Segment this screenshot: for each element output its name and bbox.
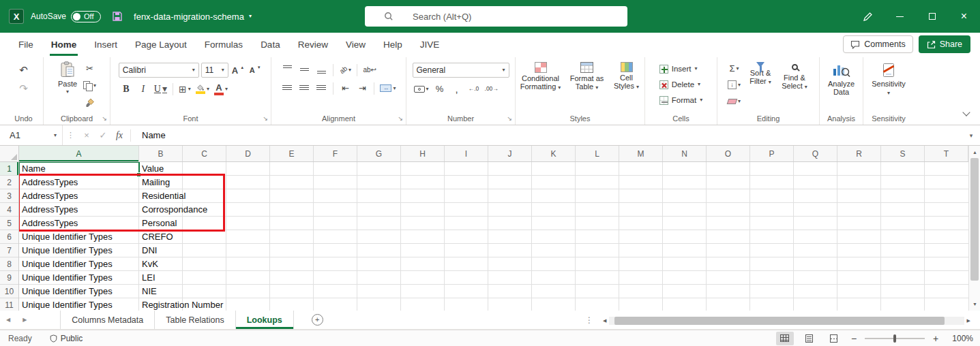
cell-B10[interactable]: NIE [142, 285, 157, 298]
row-header-7[interactable]: 7 [0, 244, 18, 257]
view-page-layout-button[interactable] [801, 332, 818, 345]
confirm-entry-button[interactable]: ✓ [95, 125, 111, 145]
zoom-level[interactable]: 100% [952, 334, 973, 343]
zoom-slider[interactable] [865, 338, 925, 339]
sheet-tab-table-relations[interactable]: Table Relations [155, 311, 235, 329]
column-header-E[interactable]: E [270, 146, 314, 161]
insert-cells-button[interactable]: Insert▾ [658, 61, 704, 76]
fill-color-button[interactable]: ▾ [194, 82, 211, 96]
document-title[interactable]: fenx-data-migration-schema ▾ [134, 12, 252, 22]
align-left-button[interactable] [280, 81, 295, 95]
cell-B6[interactable]: CREFO [142, 230, 173, 244]
autosum-button[interactable]: Σ▾ [726, 61, 741, 76]
column-header-R[interactable]: R [837, 146, 881, 161]
number-format-select[interactable]: General ▾ [413, 63, 509, 78]
row-header-8[interactable]: 8 [0, 257, 18, 271]
column-header-G[interactable]: G [357, 146, 401, 161]
italic-button[interactable]: I [136, 82, 151, 96]
delete-cells-button[interactable]: Delete▾ [658, 77, 704, 92]
sheet-tab-columns-metadata[interactable]: Columns Metadata [60, 311, 155, 329]
horizontal-scroll-thumb[interactable] [614, 317, 945, 325]
scroll-up-icon[interactable]: ▲ [972, 150, 977, 155]
cell-B8[interactable]: KvK [142, 257, 158, 271]
increase-indent-button[interactable]: ⇥ [355, 81, 370, 95]
undo-button[interactable]: ↶ [16, 63, 31, 77]
zoom-slider-thumb[interactable] [893, 334, 896, 343]
cell-A8[interactable]: Unique Identifier Types [22, 257, 113, 271]
ribbon-tab-formulas[interactable]: Formulas [196, 33, 252, 56]
vertical-scroll-thumb[interactable] [970, 158, 979, 281]
scroll-left-icon[interactable]: ◀ [603, 318, 606, 323]
copy-button[interactable]: ▾ [82, 78, 98, 93]
column-header-T[interactable]: T [925, 146, 968, 161]
comma-style-button[interactable]: , [449, 82, 464, 96]
zoom-out-button[interactable]: − [850, 333, 858, 344]
column-header-S[interactable]: S [881, 146, 925, 161]
vertical-scrollbar[interactable]: ▲ ▼ [968, 146, 980, 311]
cell-A11[interactable]: Unique Identifier Types [22, 298, 113, 311]
align-middle-button[interactable] [297, 63, 312, 77]
column-header-A[interactable]: A [19, 146, 139, 161]
cell-B7[interactable]: DNI [142, 244, 157, 257]
cell-A9[interactable]: Unique Identifier Types [22, 271, 113, 285]
formula-bar-drag-icon[interactable]: ⋮ [67, 131, 74, 140]
collapse-ribbon-button[interactable] [964, 106, 969, 118]
sensitivity-status[interactable]: Public [50, 334, 83, 343]
decrease-decimal-button[interactable]: .00→ [484, 82, 500, 96]
row-header-9[interactable]: 9 [0, 271, 18, 285]
ribbon-tab-file[interactable]: File [10, 33, 42, 56]
expand-formula-bar-button[interactable]: ▾ [962, 132, 980, 139]
column-header-I[interactable]: I [445, 146, 488, 161]
cell-B11[interactable]: Registration Number [142, 298, 223, 311]
ribbon-tab-page-layout[interactable]: Page Layout [126, 33, 196, 56]
column-header-Q[interactable]: Q [794, 146, 837, 161]
font-family-select[interactable]: Calibri ▾ [119, 63, 199, 78]
align-bottom-button[interactable] [314, 63, 329, 77]
ribbon-tab-data[interactable]: Data [252, 33, 289, 56]
alignment-dialog-launcher-icon[interactable]: ↘ [398, 116, 403, 122]
comments-button[interactable]: Comments [843, 35, 912, 53]
orientation-button[interactable]: ab▾ [338, 63, 353, 77]
column-header-O[interactable]: O [707, 146, 750, 161]
row-header-6[interactable]: 6 [0, 230, 18, 244]
underline-button[interactable]: U▾ [153, 82, 168, 96]
format-cells-button[interactable]: Format▾ [658, 93, 704, 108]
column-header-J[interactable]: J [488, 146, 532, 161]
view-page-break-button[interactable] [825, 332, 843, 345]
merge-center-button[interactable]: ↔▾ [378, 81, 397, 95]
align-right-button[interactable] [314, 81, 329, 95]
decrease-indent-button[interactable]: ⇤ [338, 81, 353, 95]
save-button[interactable] [112, 11, 123, 22]
ribbon-tab-review[interactable]: Review [289, 33, 337, 56]
increase-decimal-button[interactable]: ←.0 [466, 82, 481, 96]
column-header-C[interactable]: C [183, 146, 226, 161]
search-box[interactable] [365, 6, 627, 27]
horizontal-scroll-track[interactable] [609, 317, 964, 325]
sheet-nav-left-icon[interactable]: ◀ [0, 317, 16, 323]
column-header-N[interactable]: N [663, 146, 707, 161]
name-box-input[interactable] [8, 129, 42, 141]
column-header-K[interactable]: K [532, 146, 576, 161]
ink-pen-button[interactable] [852, 0, 884, 33]
decrease-font-size-button[interactable]: A▼ [248, 63, 263, 78]
cell-B9[interactable]: LEI [142, 271, 155, 285]
column-header-F[interactable]: F [314, 146, 357, 161]
paste-button[interactable]: Paste ▾ [56, 59, 79, 95]
bold-button[interactable]: B [119, 82, 134, 96]
align-top-button[interactable] [280, 63, 295, 77]
share-button[interactable]: Share [919, 35, 970, 53]
zoom-in-button[interactable]: + [932, 333, 940, 344]
clear-button[interactable]: ▾ [726, 94, 742, 108]
cell-A7[interactable]: Unique Identifier Types [22, 244, 113, 257]
percent-style-button[interactable]: % [432, 82, 447, 96]
row-header-1[interactable]: 1 [0, 162, 18, 176]
select-all-corner[interactable] [0, 146, 19, 162]
row-header-11[interactable]: 11 [0, 298, 18, 311]
excel-logo-icon[interactable]: X [9, 9, 24, 24]
number-dialog-launcher-icon[interactable]: ↘ [507, 116, 512, 122]
cancel-entry-button[interactable]: × [78, 125, 95, 145]
cell-A10[interactable]: Unique Identifier Types [22, 285, 113, 298]
row-header-2[interactable]: 2 [0, 176, 18, 189]
row-header-4[interactable]: 4 [0, 203, 18, 217]
format-as-table-button[interactable]: Format as Table ▾ [567, 60, 608, 91]
